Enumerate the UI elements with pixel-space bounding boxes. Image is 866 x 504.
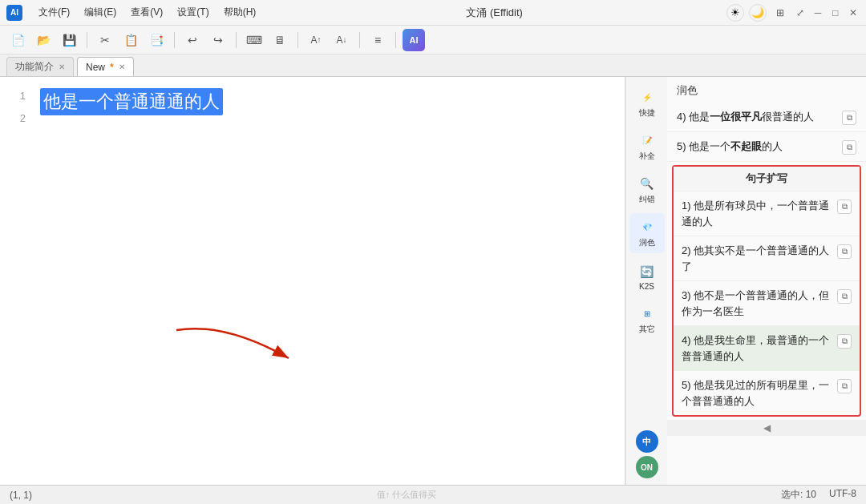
sidebar-other-btn[interactable]: ⊞ 其它 xyxy=(629,300,665,340)
close-button[interactable]: ✕ xyxy=(847,6,860,19)
editor-container[interactable]: 1 2 他是一个普通通通的人 xyxy=(0,77,625,485)
expansion-item-4-copy[interactable]: ⧉ xyxy=(837,334,852,349)
toolbar: 📄 📂 💾 ✂ 📋 📑 ↩ ↪ ⌨ 🖥 A↑ A↓ ≡ AI xyxy=(0,26,866,54)
font-smaller-btn[interactable]: A↓ xyxy=(330,29,353,51)
restore-button[interactable]: ⤢ xyxy=(794,6,807,19)
line-number-2: 2 xyxy=(0,107,26,130)
maximize-button[interactable]: □ xyxy=(829,6,842,19)
menu-bar: 文件(F) 编辑(E) 查看(V) 设置(T) 帮助(H) xyxy=(32,4,262,21)
format-btn[interactable]: ⌨ xyxy=(243,29,265,51)
menu-file[interactable]: 文件(F) xyxy=(32,4,76,21)
status-bar: (1, 1) 值↑ 什么值得买 选中: 10 UTF-8 xyxy=(0,485,866,504)
scroll-left-btn[interactable]: ◀ xyxy=(667,420,866,436)
supplement-icon: 📝 xyxy=(638,131,656,149)
expansion-item-1[interactable]: 1) 他是所有球员中，一个普普通通的人 ⧉ xyxy=(674,192,860,236)
copy-file-btn[interactable]: 📋 xyxy=(119,29,142,51)
expansion-item-3[interactable]: 3) 他不是一个普普通通的人，但作为一名医生 ⧉ xyxy=(674,281,860,326)
polish-item-4-copy[interactable]: ⧉ xyxy=(842,111,856,125)
other-label: 其它 xyxy=(639,324,655,335)
expansion-item-1-copy[interactable]: ⧉ xyxy=(837,200,852,214)
expansion-item-2[interactable]: 2) 他其实不是一个普普通通的人了 ⧉ xyxy=(674,236,860,281)
selected-text: 他是一个普通通通的人 xyxy=(40,88,223,115)
cut-btn[interactable]: ✂ xyxy=(94,29,116,51)
layout-icon[interactable]: ⊞ xyxy=(771,4,789,22)
sun-icon[interactable]: ☀ xyxy=(726,4,744,22)
new-file-btn[interactable]: 📄 xyxy=(6,29,29,51)
sidebar-icon-rail: ⚡ 快捷 📝 补全 🔍 纠错 💎 润色 🔄 K2S ⊞ 其它 xyxy=(625,77,667,485)
correct-label: 纠错 xyxy=(639,194,655,205)
watermark-text: 值↑ 什么值得买 xyxy=(377,489,437,501)
sidebar-bottom-btns: 中 ON xyxy=(636,430,658,485)
k2s-label: K2S xyxy=(639,282,654,291)
editor-content: 1 2 他是一个普通通通的人 xyxy=(0,77,625,485)
status-left: (1, 1) xyxy=(10,490,32,501)
text-content[interactable]: 他是一个普通通通的人 xyxy=(40,85,617,115)
save-file-btn[interactable]: 💾 xyxy=(58,29,80,51)
correct-icon: 🔍 xyxy=(638,175,656,192)
minimize-button[interactable]: ─ xyxy=(811,6,824,19)
tab-intro-label: 功能简介 xyxy=(15,60,54,74)
app-logo: AI xyxy=(6,5,22,21)
on-btn[interactable]: ON xyxy=(636,456,658,478)
tab-intro-close[interactable]: ✕ xyxy=(59,63,65,71)
sidebar-supplement-btn[interactable]: 📝 补全 xyxy=(629,127,665,167)
watermark: 值↑ 什么值得买 xyxy=(377,489,437,501)
tab-new[interactable]: New * ✕ xyxy=(77,57,134,76)
expansion-section: 句子扩写 1) 他是所有球员中，一个普普通通的人 ⧉ 2) 他其实不是一个普普通… xyxy=(672,165,861,417)
undo-btn[interactable]: ↩ xyxy=(181,29,204,51)
title-bar: AI 文件(F) 编辑(E) 查看(V) 设置(T) 帮助(H) 文涌 (Eff… xyxy=(0,0,866,26)
display-btn[interactable]: 🖥 xyxy=(269,29,291,51)
sidebar-panel[interactable]: 润色 4) 他是一位很平凡很普通的人 ⧉ 5) 他是一个不起眼的人 ⧉ 句子扩写… xyxy=(667,77,866,485)
quickfix-icon: ⚡ xyxy=(638,88,656,106)
expansion-item-3-text: 3) 他不是一个普普通通的人，但作为一名医生 xyxy=(682,288,832,319)
tab-intro[interactable]: 功能简介 ✕ xyxy=(6,57,74,76)
expansion-header: 句子扩写 xyxy=(674,167,860,192)
toolbar-sep-3 xyxy=(236,32,237,48)
expansion-item-5[interactable]: 5) 他是我见过的所有明星里，一个普普通通的人 ⧉ xyxy=(674,371,860,415)
polish-item-4[interactable]: 4) 他是一位很平凡很普通的人 ⧉ xyxy=(667,103,866,132)
paste-btn[interactable]: 📑 xyxy=(145,29,168,51)
ai-btn[interactable]: AI xyxy=(403,29,425,51)
menu-view[interactable]: 查看(V) xyxy=(124,4,169,21)
expansion-item-2-copy[interactable]: ⧉ xyxy=(837,244,852,259)
expansion-item-3-copy[interactable]: ⧉ xyxy=(837,289,852,304)
tabs-bar: 功能简介 ✕ New * ✕ xyxy=(0,54,866,77)
open-file-btn[interactable]: 📂 xyxy=(32,29,55,51)
supplement-label: 补全 xyxy=(639,151,655,162)
sidebar: ⚡ 快捷 📝 补全 🔍 纠错 💎 润色 🔄 K2S ⊞ 其它 xyxy=(625,77,866,485)
moon-icon[interactable]: 🌙 xyxy=(749,4,767,22)
sidebar-polish-btn[interactable]: 💎 润色 xyxy=(629,213,665,253)
menu-settings[interactable]: 设置(T) xyxy=(171,4,215,21)
font-larger-btn[interactable]: A↑ xyxy=(305,29,327,51)
select-count: 选中: 10 xyxy=(781,488,816,502)
toolbar-sep-2 xyxy=(174,32,175,48)
toolbar-sep-4 xyxy=(297,32,298,48)
align-btn[interactable]: ≡ xyxy=(366,29,389,51)
polish-item-5-copy[interactable]: ⧉ xyxy=(842,140,856,155)
polish-section-header: 润色 xyxy=(667,77,866,103)
polish-item-4-text: 4) 他是一位很平凡很普通的人 xyxy=(677,109,837,125)
redo-btn[interactable]: ↪ xyxy=(207,29,229,51)
toolbar-sep-6 xyxy=(395,32,396,48)
menu-help[interactable]: 帮助(H) xyxy=(217,4,263,21)
tab-new-modified: * xyxy=(110,62,114,73)
main-area: 1 2 他是一个普通通通的人 xyxy=(0,77,866,485)
k2s-icon: 🔄 xyxy=(638,263,656,280)
tab-new-label: New xyxy=(86,62,105,73)
expansion-item-4-text: 4) 他是我生命里，最普通的一个普普通通的人 xyxy=(682,333,832,364)
polish-icon: 💎 xyxy=(638,218,656,236)
polish-item-5[interactable]: 5) 他是一个不起眼的人 ⧉ xyxy=(667,132,866,162)
sidebar-k2s-btn[interactable]: 🔄 K2S xyxy=(629,256,665,296)
expansion-item-5-copy[interactable]: ⧉ xyxy=(837,379,852,393)
polish-item-5-text: 5) 他是一个不起眼的人 xyxy=(677,139,837,155)
polish-label: 润色 xyxy=(639,237,655,248)
other-icon: ⊞ xyxy=(638,304,656,322)
line-numbers: 1 2 xyxy=(0,85,32,130)
expansion-item-4[interactable]: 4) 他是我生命里，最普通的一个普普通通的人 ⧉ xyxy=(674,326,860,371)
toolbar-sep-5 xyxy=(359,32,360,48)
menu-edit[interactable]: 编辑(E) xyxy=(78,4,123,21)
translate-btn[interactable]: 中 xyxy=(636,430,658,453)
sidebar-correct-btn[interactable]: 🔍 纠错 xyxy=(629,170,665,210)
sidebar-quickfix-btn[interactable]: ⚡ 快捷 xyxy=(629,83,665,123)
tab-new-close[interactable]: ✕ xyxy=(119,63,125,71)
